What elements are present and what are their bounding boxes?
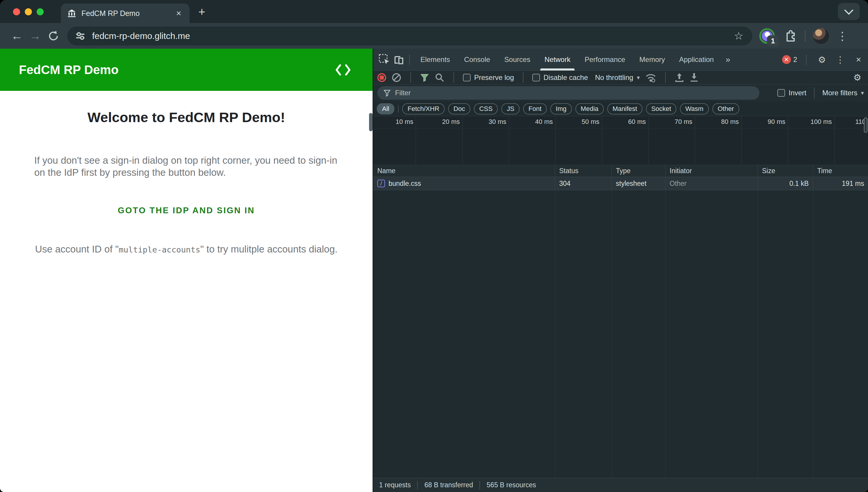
disable-cache-checkbox[interactable]	[532, 74, 540, 81]
profile-avatar[interactable]	[813, 28, 829, 44]
record-network-log-button[interactable]	[377, 73, 386, 82]
clear-network-log-icon[interactable]	[392, 73, 401, 82]
filter-input[interactable]	[395, 89, 753, 97]
filter-funnel-icon	[383, 89, 391, 97]
devtools-tab-label: Console	[464, 55, 490, 64]
filter-chip-all[interactable]: All	[377, 103, 395, 115]
goto-idp-button[interactable]: GOTO THE IDP AND SIGN IN	[118, 205, 255, 215]
status-bar-item: 68 B transferred	[424, 481, 473, 489]
import-har-icon[interactable]	[675, 73, 684, 82]
filter-chip-fetch-xhr[interactable]: Fetch/XHR	[402, 103, 445, 115]
devtools-tab-network[interactable]: Network	[537, 49, 578, 71]
devtools-panel: ElementsConsoleSourcesNetworkPerformance…	[373, 49, 868, 492]
devtools-tab-memory[interactable]: Memory	[632, 49, 672, 71]
export-har-icon[interactable]	[689, 73, 699, 82]
timeline-tick: 70 ms	[649, 116, 695, 165]
request-size-cell[interactable]: 0.1 kB	[758, 177, 813, 190]
devtools-tab-bar-right: ✕ 2 ⚙ ⋮ ×	[782, 54, 865, 65]
maximize-window-button[interactable]	[37, 8, 44, 15]
filter-chip-css[interactable]: CSS	[474, 103, 498, 115]
separator	[814, 88, 815, 98]
devtools-tab-application[interactable]: Application	[672, 49, 721, 71]
request-name-cell[interactable]: bundle.css	[373, 177, 555, 190]
filter-chip-img[interactable]: Img	[550, 103, 572, 115]
separator	[479, 481, 480, 489]
devtools-tab-performance[interactable]: Performance	[578, 49, 632, 71]
filter-chip-js[interactable]: JS	[501, 103, 520, 115]
status-bar-item: 565 B resources	[487, 481, 536, 489]
page-title: Welcome to FedCM RP Demo!	[0, 109, 373, 125]
tab-search-button[interactable]	[838, 3, 860, 20]
browser-menu-icon[interactable]: ⋮	[837, 29, 848, 43]
timeline-tick: 110	[835, 116, 868, 165]
table-row[interactable]: bundle.css304stylesheetOther0.1 kB191 ms	[373, 177, 868, 190]
network-overview-timeline[interactable]: 10 ms20 ms30 ms40 ms50 ms60 ms70 ms80 ms…	[373, 116, 868, 165]
extensions-puzzle-icon[interactable]	[783, 29, 797, 43]
account-id-code: multiple-accounts	[119, 245, 200, 254]
devtools-tab-sources[interactable]: Sources	[497, 49, 537, 71]
devtools-tab-elements[interactable]: Elements	[413, 49, 457, 71]
more-tabs-icon[interactable]: »	[721, 55, 735, 64]
new-tab-button[interactable]: +	[198, 6, 205, 18]
devtools-menu-icon[interactable]: ⋮	[834, 54, 847, 65]
disable-cache-option[interactable]: Disable cache	[532, 73, 588, 82]
devtools-settings-gear-icon[interactable]: ⚙	[816, 54, 828, 65]
bookmark-star-icon[interactable]: ☆	[734, 30, 744, 42]
site-settings-icon[interactable]	[75, 31, 86, 41]
chevron-down-icon	[844, 6, 853, 15]
column-header-name[interactable]: Name	[373, 165, 555, 177]
network-conditions-icon[interactable]	[645, 73, 656, 82]
request-type-chips: AllFetch/XHRDocCSSJSFontImgMediaManifest…	[373, 101, 868, 116]
back-button[interactable]: ←	[8, 27, 26, 45]
network-settings-gear-icon[interactable]: ⚙	[851, 72, 864, 82]
column-header-initiator[interactable]: Initiator	[665, 165, 758, 177]
separator	[409, 54, 410, 65]
preserve-log-checkbox[interactable]	[463, 74, 471, 81]
column-header-status[interactable]: Status	[555, 165, 612, 177]
filter-funnel-icon[interactable]	[420, 73, 429, 82]
search-icon[interactable]	[435, 73, 445, 82]
browser-tab[interactable]: FedCM RP Demo ×	[61, 3, 190, 23]
invert-checkbox[interactable]	[777, 89, 785, 97]
request-time-cell[interactable]: 191 ms	[813, 177, 868, 190]
filter-chip-other[interactable]: Other	[712, 103, 739, 115]
preserve-log-label: Preserve log	[474, 73, 514, 82]
request-initiator-cell[interactable]: Other	[665, 177, 758, 190]
favicon-bank-icon	[67, 9, 76, 18]
timeline-scrollbar-thumb[interactable]	[864, 117, 867, 133]
request-type-cell[interactable]: stylesheet	[612, 177, 665, 190]
device-toolbar-icon[interactable]	[392, 52, 406, 67]
filter-chip-doc[interactable]: Doc	[448, 103, 470, 115]
minimize-window-button[interactable]	[25, 8, 32, 15]
close-tab-icon[interactable]: ×	[174, 8, 183, 18]
column-header-size[interactable]: Size	[758, 165, 813, 177]
extension-notification-icon[interactable]: 1	[759, 28, 775, 44]
filter-chip-socket[interactable]: Socket	[646, 103, 676, 115]
forward-button[interactable]: →	[26, 27, 44, 45]
timeline-tick: 30 ms	[463, 116, 509, 165]
code-brackets-icon[interactable]	[335, 64, 351, 76]
filter-field[interactable]	[377, 86, 759, 100]
column-header-time[interactable]: Time	[813, 165, 868, 177]
invert-filter-option[interactable]: Invert	[777, 89, 806, 97]
devtools-tab-console[interactable]: Console	[457, 49, 497, 71]
page-scrollbar-thumb[interactable]	[369, 113, 373, 131]
address-bar[interactable]: fedcm-rp-demo.glitch.me ☆	[67, 27, 752, 45]
close-window-button[interactable]	[13, 8, 20, 15]
column-header-type[interactable]: Type	[612, 165, 665, 177]
filter-chip-media[interactable]: Media	[576, 103, 604, 115]
reload-button[interactable]	[44, 27, 63, 45]
devtools-close-icon[interactable]: ×	[852, 54, 865, 65]
error-badge[interactable]: ✕ 2	[782, 55, 797, 64]
filter-chip-wasm[interactable]: Wasm	[680, 103, 709, 115]
url-text[interactable]: fedcm-rp-demo.glitch.me	[92, 31, 734, 41]
filter-chip-font[interactable]: Font	[523, 103, 547, 115]
record-icon	[380, 75, 384, 80]
throttling-dropdown[interactable]: No throttling ▾	[595, 73, 639, 82]
more-filters-dropdown[interactable]: More filters ▾	[822, 89, 864, 97]
filter-chip-manifest[interactable]: Manifest	[607, 103, 642, 115]
request-status-cell[interactable]: 304	[555, 177, 612, 190]
disable-cache-label: Disable cache	[543, 73, 588, 82]
inspect-element-icon[interactable]	[377, 52, 392, 67]
preserve-log-option[interactable]: Preserve log	[463, 73, 514, 82]
